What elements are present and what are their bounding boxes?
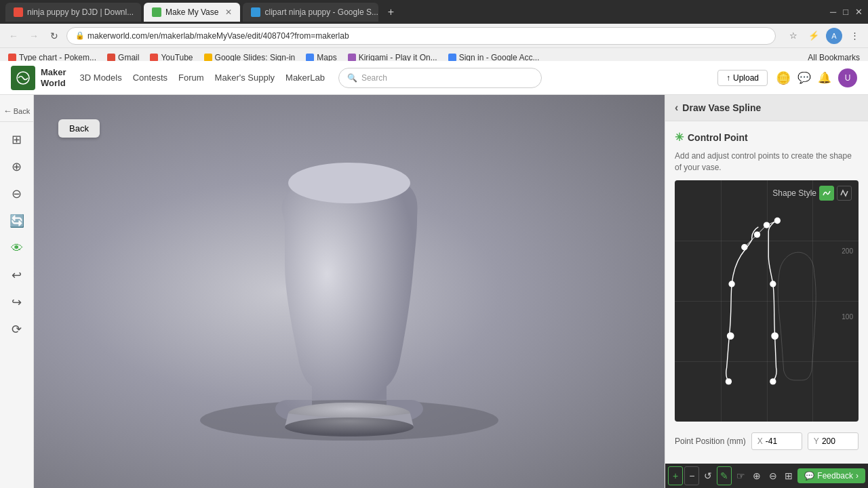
zoom-out-button[interactable]: ⊖ bbox=[5, 182, 29, 206]
fit-spline-button[interactable]: ⊞ bbox=[782, 466, 797, 485]
point-position-label: Point Position (mm) bbox=[675, 436, 746, 446]
address-bar[interactable]: 🔒 makerworld.com/en/makerlab/makeMyVase/… bbox=[66, 27, 776, 45]
feedback-label: Feedback bbox=[817, 471, 853, 481]
cp-top-right[interactable] bbox=[774, 217, 781, 223]
upload-button[interactable]: ↑ Upload bbox=[717, 70, 768, 86]
zoom-out-spline-button[interactable]: ⊖ bbox=[766, 466, 781, 485]
new-tab-button[interactable]: + bbox=[381, 3, 400, 22]
address-text: makerworld.com/en/makerlab/makeMyVase/ed… bbox=[87, 31, 349, 41]
search-placeholder: Search bbox=[361, 73, 387, 83]
tab2-label: Make My Vase bbox=[165, 7, 218, 17]
bookmark-star-icon[interactable]: ☆ bbox=[785, 28, 802, 44]
reset-button[interactable]: ⟳ bbox=[5, 317, 29, 342]
reload-button[interactable]: ↻ bbox=[46, 28, 62, 44]
chat-icon[interactable]: 💬 bbox=[797, 71, 811, 84]
panel-header: ‹ Draw Vase Spline bbox=[665, 95, 868, 121]
remove-point-button[interactable]: − bbox=[684, 466, 699, 485]
app-nav: 3D Models Contests Forum Maker's Supply … bbox=[80, 73, 325, 83]
browser-chrome: ninja puppy by DJD | Downl... ✕ Make My … bbox=[0, 0, 868, 61]
vase-body bbox=[275, 175, 423, 424]
fit-view-button[interactable]: ⊞ bbox=[5, 127, 29, 152]
cp-upper-left[interactable] bbox=[728, 281, 734, 287]
control-point-label: Control Point bbox=[688, 132, 748, 143]
upload-label: Upload bbox=[733, 73, 759, 83]
tab1-close[interactable]: ✕ bbox=[140, 7, 141, 17]
tab2-favicon bbox=[152, 7, 161, 17]
nav-forum[interactable]: Forum bbox=[178, 73, 204, 83]
back-btn[interactable]: Back bbox=[58, 119, 100, 138]
logo-area: MakerWorld bbox=[11, 66, 66, 90]
close-button[interactable]: ✕ bbox=[855, 7, 863, 17]
vase-rim bbox=[288, 163, 410, 203]
nav-makerlab[interactable]: MakerLab bbox=[285, 73, 325, 83]
zoom-in-spline-button[interactable]: ⊕ bbox=[749, 466, 764, 485]
tab2-close[interactable]: ✕ bbox=[225, 7, 232, 17]
x-axis-label: X bbox=[757, 436, 763, 446]
spline-canvas[interactable]: 200 100 Shape Style bbox=[675, 180, 859, 422]
back-label: Back bbox=[14, 107, 30, 115]
control-point-header: ✳ Control Point bbox=[675, 131, 859, 144]
tab1-favicon bbox=[14, 7, 23, 17]
bell-icon[interactable]: 🔔 bbox=[818, 71, 831, 84]
browser-tab-3[interactable]: clipart ninja puppy - Google S... ✕ bbox=[243, 3, 378, 22]
cp-top-left[interactable] bbox=[741, 244, 747, 250]
browser-tab-2[interactable]: Make My Vase ✕ bbox=[144, 3, 240, 22]
bookmark-favicon bbox=[107, 54, 115, 62]
extensions-icon[interactable]: ⚡ bbox=[806, 28, 822, 44]
vase-base-bottom bbox=[285, 418, 414, 436]
pointer-tool-button[interactable]: ☞ bbox=[733, 466, 748, 485]
panel-back-arrow[interactable]: ‹ bbox=[675, 102, 678, 114]
cp-mid-left[interactable] bbox=[728, 333, 734, 339]
left-spline-curve bbox=[726, 226, 758, 381]
feedback-icon: 💬 bbox=[804, 471, 814, 481]
nav-contests[interactable]: Contests bbox=[133, 73, 167, 83]
main-content: ← Back ⊞ ⊕ ⊖ 🔄 👁 ↩ ↪ ⟳ Back bbox=[0, 95, 868, 488]
x-position-field[interactable]: X -41 bbox=[751, 432, 802, 450]
reset-spline-button[interactable]: ↺ bbox=[701, 466, 715, 485]
maximize-button[interactable]: □ bbox=[843, 7, 848, 17]
panel-title: Draw Vase Spline bbox=[682, 102, 761, 113]
back-nav-button[interactable]: ← bbox=[5, 28, 22, 44]
eye-button[interactable]: 👁 bbox=[5, 236, 29, 260]
forward-nav-button[interactable]: → bbox=[26, 28, 42, 44]
browser-icons: ☆ ⚡ A ⋮ bbox=[785, 28, 863, 44]
avatar[interactable]: U bbox=[838, 68, 857, 87]
undo-button[interactable]: ↩ bbox=[5, 263, 29, 287]
cp-bottom-left[interactable] bbox=[726, 378, 732, 384]
zoom-in-button[interactable]: ⊕ bbox=[5, 155, 29, 179]
bookmark-favicon bbox=[204, 54, 212, 62]
browser-navrow: ← → ↻ 🔒 makerworld.com/en/makerlab/makeM… bbox=[0, 24, 868, 47]
edit-spline-button[interactable]: ✎ bbox=[717, 466, 732, 485]
add-point-button[interactable]: + bbox=[668, 466, 683, 485]
bookmark-favicon bbox=[8, 54, 16, 62]
browser-tab-1[interactable]: ninja puppy by DJD | Downl... ✕ bbox=[5, 3, 141, 22]
maker-world-logo[interactable] bbox=[11, 66, 35, 90]
left-toolbar: ← Back ⊞ ⊕ ⊖ 🔄 👁 ↩ ↪ ⟳ bbox=[0, 95, 34, 488]
logo-text: MakerWorld bbox=[41, 67, 66, 88]
rotate-button[interactable]: 🔄 bbox=[5, 209, 29, 233]
y-position-field[interactable]: Y 200 bbox=[808, 432, 859, 450]
control-point-icon: ✳ bbox=[675, 131, 684, 144]
header-search[interactable]: 🔍 Search bbox=[338, 68, 542, 88]
header-right: ↑ Upload 🪙 💬 🔔 U bbox=[717, 68, 857, 87]
nav-makers-supply[interactable]: Maker's Supply bbox=[215, 73, 275, 83]
control-point-desc: Add and adjust control points to create … bbox=[675, 150, 859, 174]
cp-handle-1[interactable] bbox=[754, 231, 760, 237]
nav-3d-models[interactable]: 3D Models bbox=[80, 73, 122, 83]
tab3-label: clipart ninja puppy - Google S... bbox=[264, 7, 378, 17]
viewport[interactable]: Back bbox=[34, 95, 665, 488]
cp-bottom-right[interactable] bbox=[770, 378, 776, 384]
bookmark-favicon bbox=[448, 54, 456, 62]
feedback-button[interactable]: 💬 Feedback › bbox=[797, 468, 865, 483]
back-to-editor[interactable]: ← Back bbox=[3, 106, 30, 116]
redo-button[interactable]: ↪ bbox=[5, 290, 29, 314]
minimize-button[interactable]: ─ bbox=[830, 7, 836, 17]
cp-mid-right[interactable] bbox=[772, 333, 778, 339]
vase-3d-model bbox=[180, 129, 519, 454]
browser-titlebar: ninja puppy by DJD | Downl... ✕ Make My … bbox=[0, 0, 868, 24]
menu-icon[interactable]: ⋮ bbox=[846, 28, 863, 44]
upload-icon: ↑ bbox=[726, 73, 730, 83]
right-spline-curve bbox=[768, 220, 777, 381]
profile-icon[interactable]: A bbox=[826, 28, 842, 44]
cp-upper-right[interactable] bbox=[770, 281, 776, 287]
